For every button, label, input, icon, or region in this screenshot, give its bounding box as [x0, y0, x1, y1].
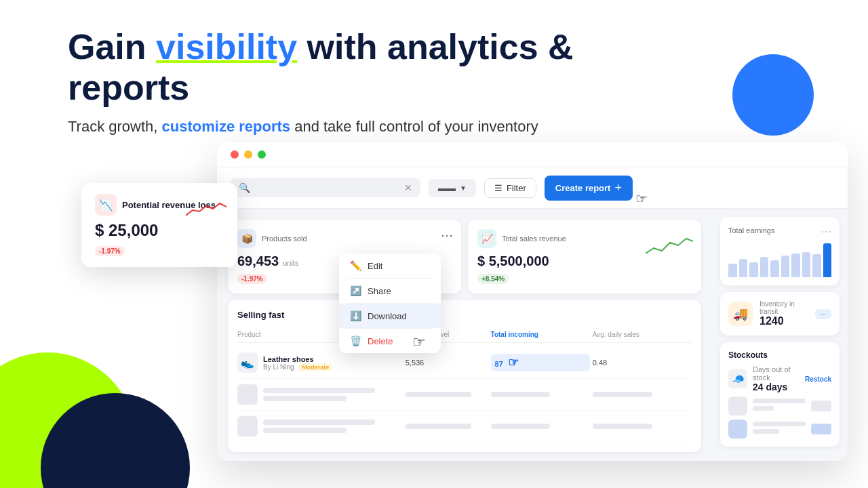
stockout-item-1: 🧢 Days out of stock 24 days Restock	[728, 365, 831, 392]
products-sold-title: Products sold	[262, 235, 307, 243]
incoming-cursor-icon: ☞	[508, 356, 519, 369]
skeleton-incoming-1	[491, 392, 551, 397]
skeleton-bar-name-1	[263, 388, 375, 393]
decorative-blue-circle	[732, 54, 814, 136]
title-bar	[217, 142, 848, 167]
product-badge-1: Moderate	[298, 363, 332, 371]
incoming-text-1: 87	[495, 360, 503, 368]
main-content: 📦 Products sold 69,453 units -1.97% ⋯ ✏️…	[217, 209, 848, 461]
filter-icon: ☰	[494, 183, 502, 193]
bar-2	[739, 259, 748, 278]
bar-4	[760, 257, 769, 277]
traffic-light-red[interactable]	[231, 150, 239, 159]
context-menu-delete[interactable]: 🗑️ Delete	[339, 329, 441, 353]
product-skeleton-lines-2	[263, 420, 403, 433]
skeleton-incoming-2	[491, 424, 551, 429]
download-label: Download	[368, 311, 407, 321]
context-menu: ✏️ Edit ↗️ Share ⬇️ Download	[339, 253, 441, 353]
search-clear-icon[interactable]: ✕	[404, 182, 412, 193]
subtitle-part1: Track growth,	[68, 118, 162, 135]
view-toggle-button[interactable]: ▬▬ ▼	[429, 179, 476, 197]
total-earnings-title: Total earnings	[728, 226, 775, 235]
total-sales-badge: +8.54%	[477, 274, 509, 284]
search-input[interactable]	[256, 183, 399, 193]
product-thumb-skeleton-1	[237, 384, 258, 405]
table-column-headers: Product Inventory level Total incoming A…	[237, 327, 692, 343]
revenue-loss-value: $ 25,000	[95, 221, 224, 240]
transit-badge: ···	[815, 309, 831, 319]
products-sold-value: 69,453	[237, 253, 279, 269]
revenue-loss-badge: -1.97%	[95, 246, 125, 256]
sk-line-2b	[753, 429, 779, 434]
traffic-light-green[interactable]	[258, 150, 266, 159]
view-toggle-icon: ▬▬	[438, 183, 456, 193]
bar-5	[770, 260, 779, 277]
transit-info: Inventory in transit 1240	[760, 300, 808, 327]
sk-line-2a	[753, 422, 806, 426]
hero-title: Gain visibility with analytics & reports	[68, 27, 698, 108]
sk-btn-1	[811, 401, 831, 411]
stockout-days-value: 24 days	[753, 382, 800, 392]
avg-sales-value-1: 0.48	[593, 359, 692, 367]
hero-subtitle: Track growth, customize reports and take…	[68, 118, 698, 136]
chevron-down-icon: ▼	[460, 184, 467, 192]
restock-button[interactable]: Restock	[805, 375, 831, 383]
col-header-incoming: Total incoming	[491, 331, 590, 338]
context-menu-download[interactable]: ⬇️ Download	[339, 304, 441, 328]
create-report-label: Create report	[555, 183, 611, 193]
stat-cards-row: 📦 Products sold 69,453 units -1.97% ⋯ ✏️…	[228, 220, 701, 293]
bar-3	[749, 262, 758, 278]
search-icon: 🔍	[239, 182, 250, 193]
stockout-thumb-1: 🧢	[728, 369, 747, 388]
delete-icon: 🗑️	[350, 336, 361, 346]
total-sales-icon: 📈	[477, 229, 496, 248]
search-bar: 🔍 ✕	[231, 178, 420, 197]
stockout-days-label: Days out of stock	[753, 365, 800, 382]
products-sold-menu-button[interactable]: ⋯	[441, 228, 453, 243]
total-sales-title: Total sales revenue	[502, 235, 566, 243]
context-menu-share[interactable]: ↗️ Share	[339, 279, 441, 303]
context-menu-edit[interactable]: ✏️ Edit	[339, 253, 441, 278]
stockout-skeleton-thumb-2	[728, 420, 747, 439]
filter-label: Filter	[507, 183, 526, 193]
edit-icon: ✏️	[350, 260, 361, 271]
transit-icon: 🚚	[728, 302, 753, 326]
cursor-pointer-icon: ☞	[635, 190, 648, 207]
delete-label: Delete	[368, 336, 393, 346]
products-sold-icon: 📦	[237, 229, 256, 248]
plus-icon: +	[614, 181, 622, 195]
stockouts-card: Stockouts 🧢 Days out of stock 24 days Re…	[720, 342, 840, 447]
product-thumb-1: 👟	[237, 352, 258, 373]
bar-10-active	[823, 243, 832, 277]
skeleton-avg-2	[593, 424, 652, 429]
stockout-skeleton-2	[728, 420, 831, 439]
skeleton-bar-name-2	[263, 420, 375, 425]
stockout-skeleton-lines-2	[753, 422, 806, 436]
revenue-loss-card: 📉 Potential revenue loss $ 25,000 -1.97%	[81, 183, 237, 267]
products-sold-unit: units	[283, 259, 298, 267]
transit-value: 1240	[760, 315, 808, 327]
bar-6	[781, 256, 790, 278]
skeleton-bar-brand-1	[263, 396, 347, 401]
total-earnings-chart	[728, 243, 831, 277]
total-earnings-menu-icon[interactable]: ⋯	[821, 225, 831, 238]
incoming-value-1: 87 ☞	[491, 354, 590, 371]
title-highlight: visibility	[156, 27, 297, 66]
inventory-transit-card: 🚚 Inventory in transit 1240 ···	[720, 292, 840, 336]
bar-1	[728, 264, 737, 277]
download-icon: ⬇️	[350, 310, 361, 321]
filter-button[interactable]: ☰ Filter	[484, 178, 536, 198]
product-thumb-skeleton-2	[237, 416, 258, 436]
sk-btn-2	[811, 424, 831, 434]
traffic-light-yellow[interactable]	[244, 150, 252, 159]
inventory-value-1: 5,536	[406, 359, 488, 367]
sk-line-1a	[753, 399, 806, 403]
bar-9	[812, 254, 821, 277]
right-panel: Total earnings ⋯ 🚚	[712, 209, 848, 461]
products-sold-badge: -1.97%	[237, 274, 267, 284]
products-sold-header: 📦 Products sold	[237, 229, 452, 248]
hero-section: Gain visibility with analytics & reports…	[68, 27, 698, 136]
share-label: Share	[368, 286, 391, 296]
create-report-button[interactable]: Create report +	[545, 176, 633, 201]
revenue-loss-icon: 📉	[95, 194, 117, 216]
